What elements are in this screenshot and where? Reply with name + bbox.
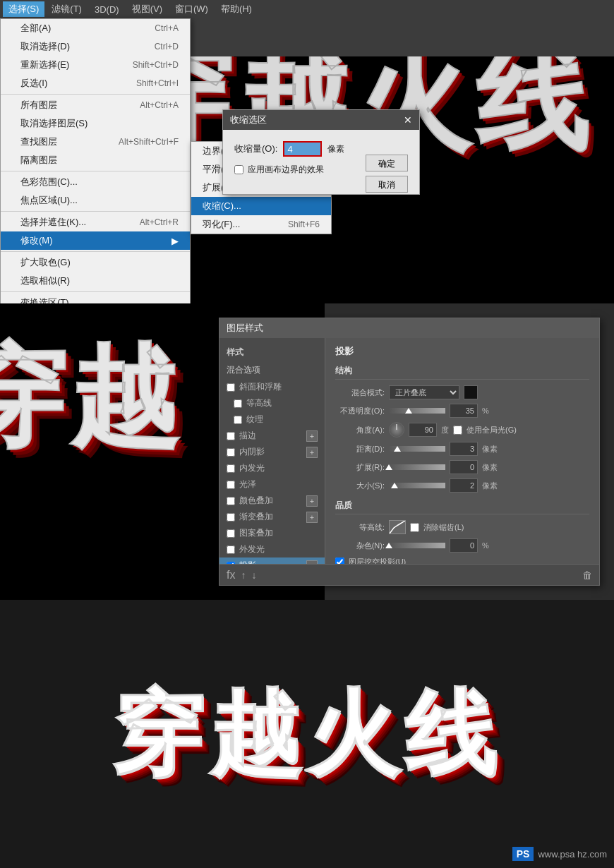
menu-item-deselect-layers[interactable]: 取消选择图层(S): [1, 114, 190, 133]
dialog-amount-row: 收缩量(O): 像素: [234, 141, 356, 157]
ls-knockout-row: 图层挖空投影(U): [335, 557, 589, 564]
ls-item-bevel[interactable]: 斜面和浮雕: [219, 379, 325, 395]
ls-item-satin[interactable]: 光泽: [219, 476, 325, 493]
blend-mode-select[interactable]: 正片叠底: [389, 385, 459, 399]
contract-amount-input[interactable]: [283, 141, 322, 157]
ls-left-panel: 样式 混合选项 斜面和浮雕 等高线 纹理 描边 +: [219, 338, 325, 564]
ls-structure-title: 结构: [335, 365, 589, 380]
menu-help[interactable]: 帮助(H): [215, 1, 258, 17]
sep5: [1, 291, 190, 292]
menu-filter[interactable]: 滤镜(T): [46, 1, 88, 17]
ls-noise-row: 杂色(N): %: [335, 538, 589, 553]
menu-select[interactable]: 选择(S): [3, 1, 44, 17]
knockout-checkbox[interactable]: [335, 557, 344, 564]
ls-item-gradient-overlay[interactable]: 渐变叠加 +: [219, 509, 325, 525]
ls-item-inner-shadow[interactable]: 内阴影 +: [219, 444, 325, 460]
size-slider[interactable]: [389, 483, 445, 488]
menu-item-all[interactable]: 全部(A) Ctrl+A: [1, 19, 190, 37]
ls-delete-btn[interactable]: 🗑: [582, 569, 592, 581]
opacity-input[interactable]: [450, 404, 478, 418]
ls-body: 样式 混合选项 斜面和浮雕 等高线 纹理 描边 +: [219, 338, 599, 564]
ls-item-color-overlay[interactable]: 颜色叠加 +: [219, 493, 325, 509]
distance-slider[interactable]: [389, 446, 445, 452]
menu-item-transform-selection[interactable]: 变换选区(T): [1, 294, 190, 303]
menu-item-focus-area[interactable]: 焦点区域(U)...: [1, 191, 190, 210]
menu-item-isolate-layer[interactable]: 隔离图层: [1, 151, 190, 169]
dialog-cancel-btn[interactable]: 取消: [366, 176, 408, 193]
menubar: 选择(S) 滤镜(T) 3D(D) 视图(V) 窗口(W) 帮助(H): [0, 0, 614, 18]
ls-item-pattern-overlay[interactable]: 图案叠加: [219, 525, 325, 541]
angle-wheel[interactable]: [389, 422, 404, 438]
opacity-slider[interactable]: [389, 408, 445, 414]
dialog-body: 收缩量(O): 像素 应用画布边界的效果 确定 取消: [223, 130, 419, 194]
distance-input[interactable]: [450, 442, 478, 456]
ls-blend-mode-row: 混合模式: 正片叠底: [335, 385, 589, 399]
ls-down-btn[interactable]: ↓: [251, 569, 256, 581]
submenu-item-feather[interactable]: 羽化(F)... Shift+F6: [191, 215, 331, 234]
menu-item-find-layer[interactable]: 查找图层 Alt+Shift+Ctrl+F: [1, 133, 190, 151]
ls-spread-row: 扩展(R): 像素: [335, 460, 589, 474]
photoshop-middle-section: 穿越 图层样式 样式 混合选项 斜面和浮雕 等高线 纹理: [0, 303, 614, 600]
noise-input[interactable]: [450, 538, 478, 553]
shadow-color-box[interactable]: [464, 385, 478, 399]
ls-item-drop-shadow[interactable]: 投影 +: [219, 557, 325, 564]
watermark: PS www.psa hz.com: [512, 847, 607, 861]
contract-dialog: 收缩选区 ✕ 收缩量(O): 像素 应用画布边界的效果 确定 取消: [222, 109, 420, 195]
menu-item-all-layers[interactable]: 所有图层 Alt+Ctrl+A: [1, 96, 190, 114]
watermark-ps-logo: PS: [512, 847, 534, 861]
anti-alias-checkbox[interactable]: [410, 523, 419, 532]
menu-item-color-range[interactable]: 色彩范围(C)...: [1, 173, 190, 191]
dialog-checkbox-row: 应用画布边界的效果: [234, 164, 356, 176]
ls-item-contour[interactable]: 等高线: [219, 395, 325, 411]
menu-window[interactable]: 窗口(W): [169, 1, 214, 17]
ls-quality-title: 品质: [335, 500, 589, 514]
menu-item-modify[interactable]: 修改(M) ▶: [1, 231, 190, 250]
menu-item-similar[interactable]: 选取相似(R): [1, 272, 190, 290]
dialog-close-btn[interactable]: ✕: [404, 114, 412, 126]
ls-item-inner-glow[interactable]: 内发光: [219, 460, 325, 476]
size-input[interactable]: [450, 478, 478, 493]
final-chinese-text: 穿越火线: [112, 688, 502, 780]
ls-item-stroke[interactable]: 描边 +: [219, 428, 325, 444]
ls-size-row: 大小(S): 像素: [335, 478, 589, 493]
ls-blend-label[interactable]: 混合选项: [219, 361, 325, 379]
ls-contour-row: 等高线: 消除锯齿(L): [335, 520, 589, 534]
photoshop-top-section: 穿越火线 选择(S) 滤镜(T) 3D(D) 视图(V) 窗口(W) 帮助(H)…: [0, 0, 614, 303]
menu-item-select-mask[interactable]: 选择并遮住(K)... Alt+Ctrl+R: [1, 213, 190, 231]
menu-item-grow[interactable]: 扩大取色(G): [1, 253, 190, 272]
contour-preview[interactable]: [389, 520, 406, 534]
submenu-item-contract[interactable]: 收缩(C)...: [191, 197, 331, 215]
dialog-ok-btn[interactable]: 确定: [366, 155, 408, 171]
ls-right-panel: 投影 结构 混合模式: 正片叠底 不透明度(O):: [325, 338, 599, 564]
sep1: [1, 94, 190, 95]
ls-fx-label[interactable]: fx: [227, 569, 235, 581]
select-dropdown: 全部(A) Ctrl+A 取消选择(D) Ctrl+D 重新选择(E) Shif…: [0, 18, 191, 303]
ls-titlebar: 图层样式: [219, 318, 599, 338]
ls-distance-row: 距离(D): 像素: [335, 442, 589, 456]
ls-item-outer-glow[interactable]: 外发光: [219, 541, 325, 557]
menu-view[interactable]: 视图(V): [126, 1, 168, 17]
ls-up-btn[interactable]: ↑: [241, 569, 246, 581]
ls-style-label: 样式: [219, 344, 325, 361]
menu-item-reselect[interactable]: 重新选择(E) Shift+Ctrl+D: [1, 56, 190, 74]
ls-drop-shadow-title: 投影: [335, 345, 589, 358]
noise-slider[interactable]: [389, 543, 445, 548]
layer-style-dialog: 图层样式 样式 混合选项 斜面和浮雕 等高线 纹理: [219, 318, 600, 586]
sep3: [1, 211, 190, 212]
menu-item-inverse[interactable]: 反选(I) Shift+Ctrl+I: [1, 74, 190, 92]
global-light-checkbox[interactable]: [453, 426, 462, 435]
apply-canvas-checkbox[interactable]: [234, 165, 243, 174]
spread-input[interactable]: [450, 460, 478, 474]
ls-angle-row: 角度(A): 度 使用全局光(G): [335, 422, 589, 438]
angle-input[interactable]: [409, 423, 437, 437]
ls-item-texture[interactable]: 纹理: [219, 411, 325, 428]
final-result-section: 穿越火线 PS www.psa hz.com: [0, 600, 614, 868]
final-text-container: 穿越火线: [112, 688, 502, 780]
spread-slider[interactable]: [389, 464, 445, 470]
menu-item-deselect[interactable]: 取消选择(D) Ctrl+D: [1, 37, 190, 56]
menu-3d[interactable]: 3D(D): [89, 3, 125, 16]
ls-bottom-bar: fx ↑ ↓ 🗑: [219, 564, 599, 585]
dialog-titlebar: 收缩选区 ✕: [223, 110, 419, 130]
sep4: [1, 251, 190, 252]
dialog-buttons: 确定 取消: [366, 155, 408, 193]
